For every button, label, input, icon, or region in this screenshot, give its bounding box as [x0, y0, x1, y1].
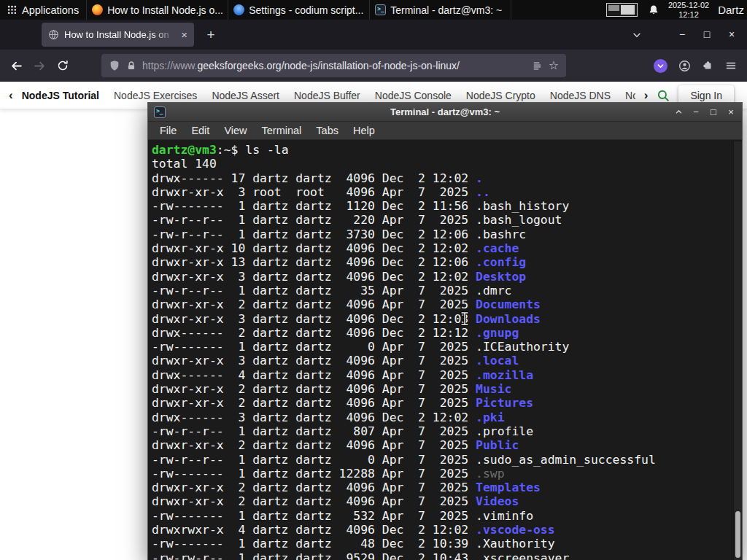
nav-item-nodejs-console[interactable]: NodeJS Console: [375, 90, 452, 101]
menu-view[interactable]: View: [217, 125, 254, 136]
taskbar-title: Terminal - dartz@vm3: ~: [390, 4, 502, 16]
ls-row: -rw-rw-r-- 1 dartz dartz 9529 Dec 2 10:4…: [152, 551, 742, 560]
settings-icon: [233, 4, 244, 15]
applications-grid-icon: [7, 5, 17, 15]
ls-row: -rw------- 1 dartz dartz 12288 Apr 7 202…: [152, 467, 742, 481]
window-close-button[interactable]: ×: [719, 20, 744, 50]
terminal-window-controls: − □ ×: [673, 103, 736, 122]
menu-edit[interactable]: Edit: [184, 125, 217, 136]
ls-row: -rw-r--r-- 1 dartz dartz 35 Apr 7 2025 .…: [152, 284, 742, 298]
workspace-switcher[interactable]: [606, 3, 638, 17]
ls-row-name: Downloads: [476, 312, 541, 326]
nav-item-nodejs-buffer[interactable]: NodeJS Buffer: [294, 90, 360, 101]
ls-row: drwxr-xr-x 2 dartz dartz 4096 Apr 7 2025…: [152, 494, 742, 508]
taskbar-button-firefox[interactable]: How to Install Node.js o...: [87, 0, 228, 20]
back-button[interactable]: [4, 54, 28, 77]
list-all-tabs-button[interactable]: [632, 30, 642, 40]
search-icon[interactable]: [657, 89, 670, 102]
ls-row-meta: -rw-r--r-- 1 dartz dartz 807 Apr 7 2025: [152, 424, 476, 438]
taskbar-button-settings[interactable]: Settings - codium script...: [228, 0, 370, 20]
ls-row-name: .dmrc: [476, 284, 511, 298]
terminal-output[interactable]: dartz@vm3:~$ ls -latotal 140drwx------ 1…: [148, 141, 742, 560]
menu-tabs[interactable]: Tabs: [309, 125, 346, 136]
ls-row-meta: drwxr-xr-x 2 dartz dartz 4096 Apr 7 2025: [152, 298, 476, 311]
terminal-scrollbar[interactable]: [733, 141, 742, 560]
ls-row: -rw-r--r-- 1 dartz dartz 0 Apr 7 2025 .s…: [152, 453, 742, 467]
tab-strip: How to Install Node.js on × + − □ ×: [0, 20, 747, 50]
taskbar-button-terminal[interactable]: Terminal - dartz@vm3: ~: [370, 0, 511, 20]
terminal-close-button[interactable]: ×: [726, 103, 736, 122]
ls-row-meta: -rw-r--r-- 1 dartz dartz 3730 Dec 2 12:0…: [152, 228, 476, 241]
pocket-icon[interactable]: [654, 59, 667, 73]
lock-icon[interactable]: [126, 61, 136, 71]
nav-item-nodejs-crypto[interactable]: NodeJS Crypto: [466, 90, 535, 101]
ls-row-name: .: [476, 171, 483, 185]
menu-help[interactable]: Help: [346, 125, 382, 136]
ls-row-name: .viminfo: [476, 509, 533, 523]
browser-toolbar: https://www.geeksforgeeks.org/node-js/in…: [0, 50, 747, 82]
app-menu-button[interactable]: [719, 54, 743, 77]
terminal-titlebar[interactable]: Terminal - dartz@vm3: ~ − □ ×: [148, 103, 742, 122]
menu-terminal[interactable]: Terminal: [255, 125, 309, 136]
ls-row-name: .vscode-oss: [476, 523, 555, 537]
clock[interactable]: 2025-12-02 12:12: [668, 1, 709, 19]
ls-row-name: ..: [476, 185, 490, 199]
url-text[interactable]: https://www.geeksforgeeks.org/node-js/in…: [142, 60, 526, 71]
workspace-window-thumb: [621, 5, 635, 15]
mouse-cursor-ibeam: [460, 311, 470, 326]
nav-item-nodejs-assert[interactable]: NodeJS Assert: [212, 90, 279, 101]
tab-nodejs-install[interactable]: How to Install Node.js on ×: [42, 23, 194, 47]
shield-icon: [109, 60, 120, 71]
forward-button[interactable]: [28, 54, 51, 77]
terminal-menubar: FileEditViewTerminalTabsHelp: [148, 122, 742, 140]
prompt-path: :~$: [217, 143, 245, 157]
nav-scroll-right-chevron[interactable]: ›: [644, 89, 649, 101]
notification-bell-icon[interactable]: [648, 4, 659, 16]
ls-row: -rw------- 1 dartz dartz 0 Apr 7 2025 .I…: [152, 340, 742, 354]
terminal-maximize-button[interactable]: □: [708, 103, 719, 122]
reader-mode-icon[interactable]: [532, 61, 543, 71]
terminal-title: Terminal - dartz@vm3: ~: [148, 106, 742, 117]
ls-row-name: .xscreensaver: [476, 551, 569, 560]
back-arrow-icon: [10, 60, 23, 72]
refresh-icon: [57, 60, 69, 71]
nav-item-nodejs-tutorial[interactable]: NodeJS Tutorial: [22, 90, 99, 101]
nav-item-node[interactable]: Node: [625, 90, 635, 101]
tab-close-icon[interactable]: ×: [181, 29, 187, 40]
chevron-up-icon: [675, 108, 683, 116]
ls-row: -rw------- 1 dartz dartz 1120 Dec 2 11:5…: [152, 199, 742, 213]
scrollbar-thumb[interactable]: [735, 511, 740, 558]
hamburger-icon: [725, 60, 737, 71]
user-menu[interactable]: Dartz: [718, 4, 744, 16]
nav-item-nodejs-exercises[interactable]: NodeJS Exercises: [114, 90, 197, 101]
url-bar[interactable]: https://www.geeksforgeeks.org/node-js/in…: [101, 54, 566, 77]
nav-scroll-left-chevron[interactable]: ‹: [9, 89, 13, 101]
ls-row: drwx------ 17 dartz dartz 4096 Dec 2 12:…: [152, 171, 742, 185]
ls-row: drwxr-xr-x 13 dartz dartz 4096 Dec 2 12:…: [152, 255, 742, 269]
applications-menu-button[interactable]: Applications: [0, 0, 87, 20]
ls-row: drwxr-xr-x 3 dartz dartz 4096 Apr 7 2025…: [152, 354, 742, 368]
ls-row-meta: drwxr-xr-x 3 dartz dartz 4096 Apr 7 2025: [152, 354, 476, 368]
terminal-shade-button[interactable]: [673, 108, 684, 116]
new-tab-button[interactable]: +: [200, 24, 222, 46]
ls-row-name: .local: [476, 354, 519, 368]
ls-row-name: .gnupg: [476, 326, 519, 340]
ls-row-meta: -rw------- 1 dartz dartz 48 Dec 2 10:39: [152, 537, 476, 551]
menu-file[interactable]: File: [152, 125, 184, 136]
terminal-minimize-button[interactable]: −: [691, 103, 701, 122]
ls-row-meta: drwx------ 3 dartz dartz 4096 Dec 2 12:0…: [152, 411, 476, 424]
bookmark-star-icon[interactable]: ☆: [549, 60, 559, 71]
window-minimize-button[interactable]: −: [670, 20, 694, 50]
taskbar-title: Settings - codium script...: [249, 4, 363, 16]
prompt-line: dartz@vm3:~$ ls -la: [152, 143, 742, 157]
ls-row-meta: drwxr-xr-x 2 dartz dartz 4096 Apr 7 2025: [152, 481, 476, 494]
nav-item-nodejs-dns[interactable]: NodeJS DNS: [550, 90, 611, 101]
ls-row-name: Documents: [476, 298, 541, 311]
refresh-button[interactable]: [51, 54, 74, 77]
account-button[interactable]: [673, 54, 696, 77]
ls-row-meta: -rw-r--r-- 1 dartz dartz 220 Apr 7 2025: [152, 213, 476, 227]
window-maximize-button[interactable]: □: [694, 20, 719, 50]
ls-row: -rw------- 1 dartz dartz 48 Dec 2 10:39 …: [152, 537, 742, 551]
extensions-button[interactable]: [696, 54, 719, 77]
desktop: Applications How to Install Node.js o...…: [0, 0, 747, 560]
